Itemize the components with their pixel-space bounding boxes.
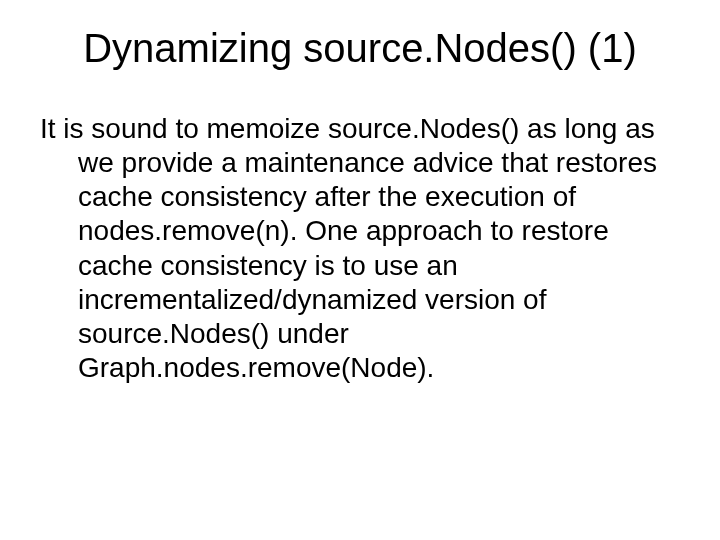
slide-body-text: It is sound to memoize source.Nodes() as… [40,112,684,385]
slide-body: It is sound to memoize source.Nodes() as… [36,112,684,385]
slide: Dynamizing source.Nodes() (1) It is soun… [0,0,720,540]
slide-title: Dynamizing source.Nodes() (1) [36,24,684,72]
